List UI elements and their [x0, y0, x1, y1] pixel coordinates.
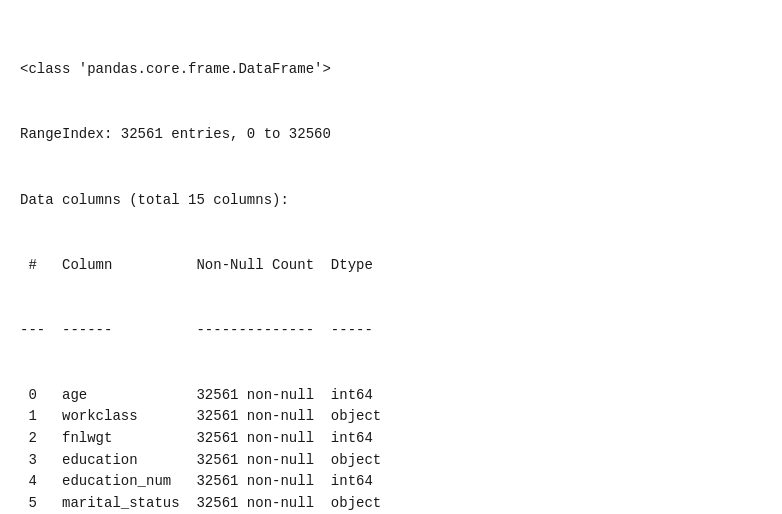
column-separator: --- ------ -------------- ----- [20, 320, 762, 342]
table-row: 5 marital_status 32561 non-null object [20, 493, 762, 514]
class-title: <class 'pandas.core.frame.DataFrame'> [20, 59, 762, 81]
data-columns-header: Data columns (total 15 columns): [20, 190, 762, 212]
table-row: 4 education_num 32561 non-null int64 [20, 471, 762, 493]
table-row: 2 fnlwgt 32561 non-null int64 [20, 428, 762, 450]
table-row: 3 education 32561 non-null object [20, 450, 762, 472]
range-index: RangeIndex: 32561 entries, 0 to 32560 [20, 124, 762, 146]
data-rows-container: 0 age 32561 non-null int64 1 workclass 3… [20, 385, 762, 514]
table-row: 1 workclass 32561 non-null object [20, 406, 762, 428]
table-row: 0 age 32561 non-null int64 [20, 385, 762, 407]
dataframe-info: <class 'pandas.core.frame.DataFrame'> Ra… [20, 16, 762, 514]
column-header-row: # Column Non-Null Count Dtype [20, 255, 762, 277]
